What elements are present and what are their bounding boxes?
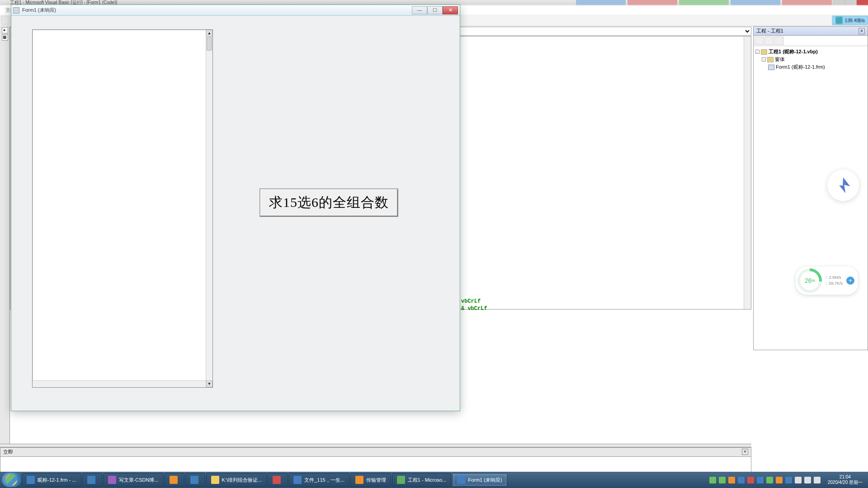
- scroll-thumb[interactable]: [207, 37, 212, 51]
- app-icon: [27, 476, 35, 484]
- clock-date: 2020/4/20 星期一: [828, 480, 863, 485]
- taskbar-item-label: K:\排列组合验证...: [222, 477, 262, 483]
- form-node-label[interactable]: Form1 (昵称-12-1.frm): [776, 64, 825, 70]
- taskbar-item[interactable]: Form1 (未响应): [452, 473, 507, 487]
- textbox-vscroll[interactable]: ▲ ▼: [206, 30, 212, 387]
- form1-close-button[interactable]: ✕: [443, 6, 458, 14]
- tray-network-icon[interactable]: [814, 477, 821, 483]
- xunlei-floating-icon[interactable]: [827, 169, 859, 201]
- project-explorer-title: 工程 - 工程1: [756, 28, 783, 34]
- scroll-down-icon[interactable]: ▼: [206, 380, 212, 387]
- folder-icon: [767, 57, 774, 62]
- tray-icon[interactable]: [766, 477, 773, 483]
- app-icon: [293, 476, 302, 484]
- bg-min-button[interactable]: [833, 0, 844, 5]
- browser-tabs-peek: [576, 0, 832, 5]
- view-code-button[interactable]: [755, 37, 764, 45]
- system-tray[interactable]: [707, 477, 823, 483]
- netmon-expand-button[interactable]: +: [846, 277, 854, 285]
- tray-icon[interactable]: [757, 477, 764, 483]
- network-monitor-widget[interactable]: 26% 2.9M/s 59.7K/s +: [796, 267, 858, 295]
- view-object-button[interactable]: [764, 37, 774, 45]
- tray-volume-icon[interactable]: [804, 477, 811, 483]
- app-icon: [355, 476, 363, 484]
- code-peek-line-1: vbCrLf: [461, 298, 481, 305]
- tray-icon[interactable]: [709, 477, 716, 483]
- project-explorer-close-icon[interactable]: ×: [859, 28, 865, 34]
- app-icon: [190, 476, 198, 484]
- bg-close-button[interactable]: [856, 0, 868, 5]
- taskbar-item-label: 昵称-12-1.frm - ...: [38, 477, 76, 483]
- netspeed-badge[interactable]: 135 KB/s: [832, 16, 868, 25]
- taskbar-item[interactable]: [185, 473, 205, 487]
- form1-title-bar[interactable]: Form1 (未响应) — ☐ ✕: [11, 5, 460, 16]
- immediate-title: 立即: [3, 449, 13, 455]
- windows-orb-icon: [5, 474, 17, 486]
- app-icon: [108, 476, 116, 484]
- cloud-icon: [835, 17, 843, 24]
- tray-icon[interactable]: [785, 477, 792, 483]
- taskbar-item-label: 传输管理: [366, 477, 386, 483]
- clock-time: 21:04: [828, 474, 863, 480]
- tray-icon[interactable]: [776, 477, 783, 483]
- compute-combinations-button[interactable]: 求15选6的全组合数: [260, 189, 398, 216]
- cpu-ring: 26%: [797, 268, 822, 293]
- project-root-label[interactable]: 工程1 (昵称-12-1.vbp): [769, 48, 818, 55]
- taskbar-item-label: Form1 (未响应): [468, 477, 502, 483]
- tray-icon[interactable]: [719, 477, 726, 483]
- netspeed-text: 135 KB/s: [844, 18, 865, 23]
- taskbar-item[interactable]: [165, 473, 184, 487]
- form-icon: [768, 65, 774, 70]
- form1-title-text: Form1 (未响应): [22, 7, 412, 14]
- taskbar-item[interactable]: 昵称-12-1.frm - ...: [22, 473, 81, 487]
- percent-suffix: %: [811, 278, 815, 283]
- form1-window[interactable]: Form1 (未响应) — ☐ ✕ ▲ ▼ 求15选6的全组合数: [11, 5, 460, 411]
- code-peek-line-2: & vbCrLf: [461, 305, 487, 312]
- app-icon: [273, 476, 281, 484]
- expand-icon[interactable]: -: [762, 57, 766, 61]
- form1-client-area: ▲ ▼ 求15选6的全组合数: [11, 16, 460, 411]
- start-button[interactable]: [2, 473, 21, 487]
- taskbar-item[interactable]: 传输管理: [350, 473, 391, 487]
- upload-speed: 2.9M/s: [826, 275, 843, 281]
- tray-icon[interactable]: [747, 477, 754, 483]
- download-speed: 59.7K/s: [826, 281, 843, 286]
- form1-minimize-button[interactable]: —: [412, 6, 427, 14]
- speed-readout: 2.9M/s 59.7K/s: [826, 275, 843, 286]
- taskbar-item-label: 文件_115，一生...: [304, 477, 344, 483]
- scroll-up-icon[interactable]: ▲: [206, 30, 212, 37]
- taskbar-item[interactable]: 写文章-CSDN博...: [103, 473, 164, 487]
- app-icon: [397, 476, 405, 484]
- app-icon: [457, 476, 465, 484]
- app-icon: [211, 476, 219, 484]
- textbox-hscroll[interactable]: [33, 380, 206, 387]
- toolbox-gutter[interactable]: ▸▦: [0, 26, 10, 447]
- taskbar-item-label: 工程1 - Microso...: [408, 477, 447, 483]
- taskbar-item[interactable]: [82, 473, 102, 487]
- tray-icon[interactable]: [795, 477, 802, 483]
- taskbar-item-label: 写文章-CSDN博...: [119, 477, 159, 483]
- taskbar[interactable]: 昵称-12-1.frm - ...写文章-CSDN博...K:\排列组合验证..…: [0, 472, 868, 488]
- taskbar-item[interactable]: K:\排列组合验证...: [206, 473, 267, 487]
- app-icon: [170, 476, 178, 484]
- app-icon: [87, 476, 95, 484]
- tray-icon[interactable]: [728, 477, 735, 483]
- taskbar-item[interactable]: 工程1 - Microso...: [392, 473, 452, 487]
- project-icon: [761, 49, 767, 55]
- bg-max-button[interactable]: [844, 0, 856, 5]
- expand-icon[interactable]: -: [755, 50, 760, 54]
- taskbar-clock[interactable]: 21:04 2020/4/20 星期一: [824, 474, 866, 485]
- forms-folder-label[interactable]: 窗体: [775, 56, 785, 63]
- output-textbox[interactable]: ▲ ▼: [32, 29, 213, 388]
- bird-icon: [833, 175, 853, 195]
- immediate-window[interactable]: 立即 ×: [0, 447, 751, 475]
- immediate-close-icon[interactable]: ×: [742, 449, 748, 455]
- code-splitter[interactable]: [0, 444, 751, 447]
- toggle-folders-button[interactable]: [774, 37, 783, 45]
- code-vscroll[interactable]: [744, 37, 751, 309]
- form1-maximize-button[interactable]: ☐: [427, 6, 443, 14]
- tray-icon[interactable]: [738, 477, 745, 483]
- taskbar-item[interactable]: 文件_115，一生...: [288, 473, 349, 487]
- taskbar-item[interactable]: [268, 473, 288, 487]
- project-explorer-toolbar[interactable]: [754, 36, 868, 46]
